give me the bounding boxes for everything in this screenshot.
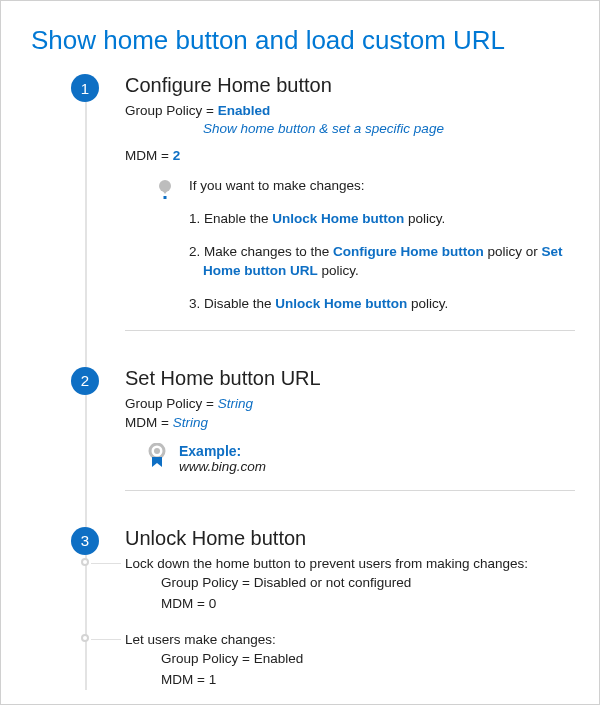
step-2: 2 Set Home button URL Group Policy = Str… [71, 367, 575, 525]
configure-home-button-link[interactable]: Configure Home button [333, 244, 484, 259]
lock-mdm: MDM = 0 [161, 594, 575, 614]
mdm-value: 2 [173, 148, 181, 163]
unlock-mdm: MDM = 1 [161, 670, 575, 690]
mdm-label: MDM = [125, 415, 173, 430]
hint-1c: policy. [404, 211, 445, 226]
unlock-home-button-link-2[interactable]: Unlock Home button [275, 296, 407, 311]
hint-intro: If you want to make changes: [189, 177, 575, 196]
step-3-title: Unlock Home button [125, 527, 575, 550]
hint-1a: 1. Enable the [189, 211, 272, 226]
page-title: Show home button and load custom URL [31, 25, 575, 56]
gp-label: Group Policy = [125, 396, 218, 411]
hint-line-2: 2. Make changes to the Configure Home bu… [189, 243, 575, 281]
hint-line-3: 3. Disable the Unlock Home button policy… [189, 295, 575, 314]
lightbulb-icon [157, 179, 177, 313]
hint-3c: policy. [407, 296, 448, 311]
branch-line [91, 639, 121, 640]
branch-dot-icon [81, 634, 89, 642]
mdm-label: MDM = [125, 148, 173, 163]
step-2-title: Set Home button URL [125, 367, 575, 390]
unlock-home-button-link[interactable]: Unlock Home button [272, 211, 404, 226]
gp-label: Group Policy = [161, 651, 254, 666]
step-number-badge: 2 [71, 367, 99, 395]
mdm-label: MDM = [161, 596, 209, 611]
svg-point-3 [154, 448, 160, 454]
step-2-group-policy: Group Policy = String [125, 394, 575, 414]
example-label: Example: [179, 443, 266, 459]
step-3: 3 Unlock Home button Lock down the home … [71, 527, 575, 690]
mdm-label: MDM = [161, 672, 209, 687]
ribbon-icon [147, 443, 169, 473]
example-value: www.bing.com [179, 459, 266, 474]
gp-value: Enabled [254, 651, 304, 666]
branch-line [91, 563, 121, 564]
divider [125, 330, 575, 331]
mdm-value: 0 [209, 596, 217, 611]
unlock-gp: Group Policy = Enabled [161, 649, 575, 669]
step-1-subtext: Show home button & set a specific page [203, 121, 575, 136]
step-1: 1 Configure Home button Group Policy = E… [71, 74, 575, 365]
gp-value: Enabled [218, 103, 271, 118]
hint-line-1: 1. Enable the Unlock Home button policy. [189, 210, 575, 229]
divider [125, 490, 575, 491]
mdm-value: String [173, 415, 208, 430]
hint-3a: 3. Disable the [189, 296, 275, 311]
lock-branch: Lock down the home button to prevent use… [125, 554, 575, 614]
unlock-intro: Let users make changes: [125, 630, 575, 650]
step-1-group-policy: Group Policy = Enabled [125, 101, 575, 121]
hint-block: If you want to make changes: 1. Enable t… [157, 177, 575, 313]
branch-dot-icon [81, 558, 89, 566]
gp-label: Group Policy = [161, 575, 254, 590]
example-block: Example: www.bing.com [147, 443, 575, 474]
svg-rect-1 [164, 196, 167, 199]
example-text: Example: www.bing.com [179, 443, 266, 474]
step-2-mdm: MDM = String [125, 413, 575, 433]
gp-label: Group Policy = [125, 103, 218, 118]
steps-container: 1 Configure Home button Group Policy = E… [71, 74, 575, 690]
mdm-value: 1 [209, 672, 217, 687]
gp-value: String [218, 396, 253, 411]
hint-2e: policy. [318, 263, 359, 278]
step-1-mdm: MDM = 2 [125, 146, 575, 166]
gp-value: Disabled or not configured [254, 575, 412, 590]
step-1-title: Configure Home button [125, 74, 575, 97]
lock-intro: Lock down the home button to prevent use… [125, 554, 575, 574]
hint-2a: 2. Make changes to the [189, 244, 333, 259]
hint-2c: policy or [484, 244, 542, 259]
step-number-badge: 1 [71, 74, 99, 102]
unlock-branch: Let users make changes: Group Policy = E… [125, 630, 575, 690]
lock-gp: Group Policy = Disabled or not configure… [161, 573, 575, 593]
hint-text: If you want to make changes: 1. Enable t… [189, 177, 575, 313]
step-number-badge: 3 [71, 527, 99, 555]
